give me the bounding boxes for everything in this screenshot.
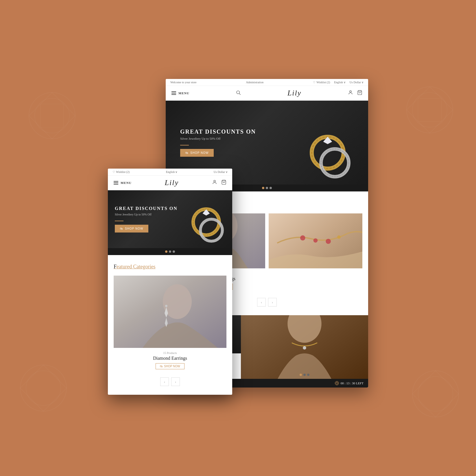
mobile-hamburger-icon bbox=[114, 181, 118, 185]
mobile-wishlist[interactable]: ♡ Wishlist (2) bbox=[112, 170, 130, 174]
cart-button[interactable] bbox=[357, 90, 362, 96]
mobile-earring-shop-button[interactable]: 🛍 SHOP NOW bbox=[156, 363, 184, 369]
mobile-currency-selector[interactable]: Us Dollar ∨ bbox=[214, 170, 228, 174]
mobile-earring-shop-icon: 🛍 bbox=[160, 365, 163, 368]
heart-icon: ♡ bbox=[313, 81, 316, 84]
mobile-topbar: ♡ Wishlist (2) English ∨ Us Dollar ∨ bbox=[108, 169, 232, 176]
svg-point-4 bbox=[20, 365, 67, 411]
currency-chevron-icon: ∨ bbox=[361, 81, 364, 84]
screens-container: Welcome to your store Administration ♡ W… bbox=[108, 79, 368, 397]
mobile-cart-button[interactable] bbox=[221, 180, 226, 186]
mobile-hero-rings bbox=[180, 196, 229, 248]
wishlist-link[interactable]: ♡ Wishlist (2) bbox=[313, 81, 330, 84]
topbar-center: Administration bbox=[246, 81, 264, 84]
mobile-hero-dot-1[interactable] bbox=[165, 250, 167, 253]
svg-point-0 bbox=[29, 93, 75, 139]
next-arrow-button[interactable]: › bbox=[268, 298, 277, 307]
promo-dot-2[interactable] bbox=[303, 374, 306, 376]
mobile-hero-shop-now-button[interactable]: 🛍 SHOP NOW bbox=[115, 225, 148, 233]
clock-icon bbox=[335, 381, 339, 385]
mobile-language-selector[interactable]: English ∨ bbox=[166, 170, 178, 174]
prev-arrow-button[interactable]: ‹ bbox=[257, 298, 266, 307]
lang-chevron-icon: ∨ bbox=[344, 81, 346, 84]
mobile-wishlist-text: Wishlist (2) bbox=[116, 170, 130, 174]
svg-point-31 bbox=[303, 346, 306, 350]
desktop-topbar: Welcome to your store Administration ♡ W… bbox=[166, 79, 368, 86]
necklace-category-image bbox=[269, 213, 362, 268]
svg-point-7 bbox=[418, 377, 453, 411]
topbar-right: ♡ Wishlist (2) English ∨ Us Dollar ∨ bbox=[313, 81, 364, 84]
mobile-hero-dots-nav bbox=[108, 248, 232, 255]
mobile-featured-categories-title: Featured Categories bbox=[114, 264, 226, 270]
language-selector[interactable]: English ∨ bbox=[334, 81, 346, 84]
svg-point-24 bbox=[337, 235, 341, 239]
mobile-language-text: English bbox=[166, 170, 175, 174]
mobile-site-logo[interactable]: Lily bbox=[165, 178, 179, 187]
mobile-hero-banner: GREAT DISCOUNTS ON Silver Jewellery Up t… bbox=[108, 190, 232, 248]
hero-shop-now-button[interactable]: 🛍 SHOP NOW bbox=[180, 149, 214, 157]
mobile-account-button[interactable] bbox=[212, 180, 217, 186]
mobile-hero-dot-2[interactable] bbox=[169, 250, 171, 253]
mobile-title-rest: eatured Categories bbox=[117, 264, 155, 270]
mobile-currency-text: Us Dollar bbox=[214, 170, 225, 174]
mobile-menu-label: MENU bbox=[121, 181, 132, 185]
mobile-navbar: MENU Lily bbox=[108, 176, 232, 190]
mobile-hero-subtitle: Silver Jewellery Up to 50% Off bbox=[115, 213, 178, 216]
promo-model-image bbox=[241, 315, 368, 379]
language-text: English bbox=[334, 81, 343, 84]
wishlist-text: Wishlist (2) bbox=[316, 81, 330, 84]
account-button[interactable] bbox=[348, 90, 353, 96]
category-card-necklace bbox=[269, 213, 362, 293]
svg-point-23 bbox=[326, 239, 331, 244]
mobile-shop-now-label: SHOP NOW bbox=[125, 227, 143, 230]
desktop-navbar: MENU Lily bbox=[166, 86, 368, 101]
mobile-earring-count: 15 Products bbox=[117, 351, 223, 355]
svg-point-6 bbox=[412, 371, 459, 417]
currency-selector[interactable]: Us Dollar ∨ bbox=[350, 81, 364, 84]
nav-right-icons bbox=[348, 90, 362, 96]
currency-text: Us Dollar bbox=[350, 81, 361, 84]
svg-point-8 bbox=[237, 91, 240, 94]
site-logo[interactable]: Lily bbox=[287, 89, 301, 97]
bag-icon: 🛍 bbox=[185, 151, 189, 154]
mobile-hero-title: GREAT DISCOUNTS ON bbox=[115, 206, 178, 211]
mobile-featured-categories: Featured Categories bbox=[108, 255, 232, 395]
svg-point-2 bbox=[407, 87, 453, 133]
promo-dot-1[interactable] bbox=[300, 374, 302, 376]
mobile-menu-button[interactable]: MENU bbox=[114, 181, 132, 185]
svg-point-22 bbox=[313, 238, 318, 243]
svg-point-21 bbox=[300, 235, 305, 241]
topbar-left: Welcome to your store bbox=[170, 81, 197, 84]
search-button[interactable] bbox=[236, 90, 241, 96]
mobile-hero-dot-3[interactable] bbox=[173, 250, 175, 253]
svg-point-43 bbox=[165, 305, 167, 307]
svg-point-5 bbox=[26, 371, 61, 405]
mobile-window: ♡ Wishlist (2) English ∨ Us Dollar ∨ MEN… bbox=[108, 169, 232, 395]
hero-dot-1[interactable] bbox=[262, 187, 264, 189]
promo-dot-3[interactable] bbox=[307, 374, 309, 376]
hamburger-icon bbox=[171, 91, 176, 95]
mobile-currency-chevron-icon: ∨ bbox=[226, 170, 228, 174]
hero-dot-2[interactable] bbox=[266, 187, 268, 189]
svg-point-10 bbox=[350, 91, 351, 92]
mobile-lang-chevron-icon: ∨ bbox=[175, 170, 177, 174]
mobile-title-highlight: F bbox=[114, 264, 117, 270]
mobile-category-nav-arrows: ‹ › bbox=[114, 377, 226, 386]
menu-button[interactable]: MENU bbox=[171, 91, 189, 95]
svg-line-9 bbox=[239, 93, 241, 95]
menu-label: MENU bbox=[178, 91, 189, 95]
svg-point-3 bbox=[412, 93, 447, 127]
timer-value: 00 : 13 : 30 LEFT bbox=[341, 381, 364, 385]
hero-dot-3[interactable] bbox=[270, 187, 272, 189]
hero-divider bbox=[180, 145, 189, 145]
shop-now-label: SHOP NOW bbox=[190, 151, 209, 154]
hero-title: GREAT DISCOUNTS ON bbox=[180, 128, 256, 135]
mobile-earring-shop-label: SHOP NOW bbox=[164, 365, 180, 368]
promo-dots bbox=[300, 374, 309, 376]
mobile-next-arrow-button[interactable]: › bbox=[171, 377, 180, 386]
mobile-hero-content: GREAT DISCOUNTS ON Silver Jewellery Up t… bbox=[108, 200, 185, 238]
mobile-prev-arrow-button[interactable]: ‹ bbox=[160, 377, 169, 386]
mobile-earring-name: Diamond Earrings bbox=[117, 356, 223, 361]
administration-link[interactable]: Administration bbox=[246, 81, 264, 84]
mobile-earring-image bbox=[114, 276, 226, 348]
